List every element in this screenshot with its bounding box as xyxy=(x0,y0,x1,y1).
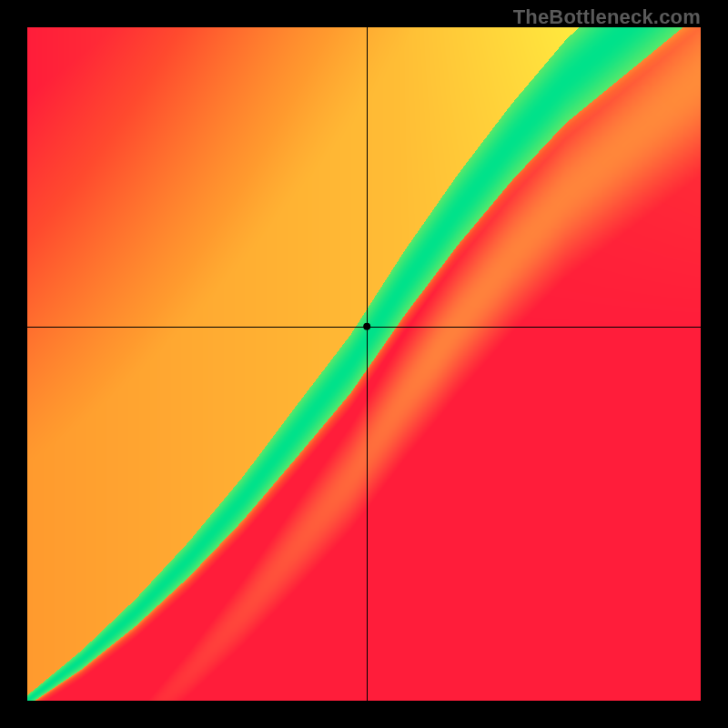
watermark-text: TheBottleneck.com xyxy=(513,5,701,29)
heatmap-canvas xyxy=(27,27,701,701)
plot-area xyxy=(27,27,701,701)
chart-frame: TheBottleneck.com xyxy=(0,0,728,728)
